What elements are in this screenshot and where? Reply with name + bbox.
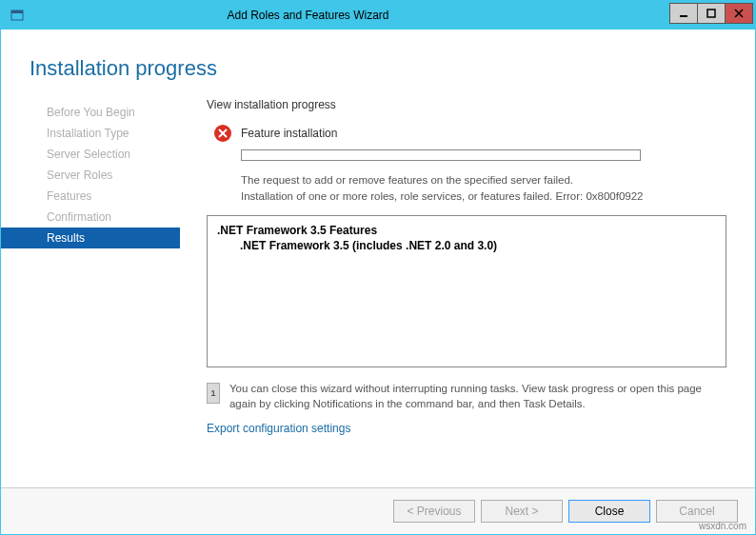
error-line-2: Installation of one or more roles, role … <box>241 190 644 202</box>
sidebar-item-confirmation: Confirmation <box>1 207 180 228</box>
maximize-button[interactable] <box>697 3 726 24</box>
info-text: You can close this wizard without interr… <box>229 381 726 412</box>
sidebar-item-results: Results <box>1 228 180 248</box>
next-button: Next > <box>481 500 563 523</box>
feature-child: .NET Framework 3.5 (includes .NET 2.0 an… <box>217 239 716 252</box>
sidebar-item-before-you-begin: Before You Begin <box>1 102 180 123</box>
close-button[interactable]: Close <box>568 500 650 523</box>
wizard-steps-sidebar: Before You Begin Installation Type Serve… <box>1 98 180 487</box>
sidebar-item-server-roles: Server Roles <box>1 165 180 186</box>
window-controls <box>670 3 753 24</box>
watermark: wsxdn.com <box>699 521 746 531</box>
wizard-footer: < Previous Next > Close Cancel <box>1 487 755 534</box>
info-row: 1 You can close this wizard without inte… <box>207 381 726 412</box>
error-line-1: The request to add or remove features on… <box>241 174 573 186</box>
titlebar: Add Roles and Features Wizard <box>1 1 755 30</box>
status-text: Feature installation <box>241 127 337 140</box>
svg-rect-3 <box>707 10 715 17</box>
flag-icon: 1 <box>207 383 220 404</box>
page-title: Installation progress <box>30 56 723 81</box>
cancel-button: Cancel <box>656 500 738 523</box>
content-subheading: View installation progress <box>207 98 726 111</box>
progress-bar <box>241 149 641 161</box>
sidebar-item-server-selection: Server Selection <box>1 144 180 165</box>
wizard-header: Installation progress <box>1 30 755 98</box>
error-icon <box>214 125 231 142</box>
feature-parent: .NET Framework 3.5 Features <box>217 224 716 237</box>
export-configuration-link[interactable]: Export configuration settings <box>207 422 726 435</box>
previous-button: < Previous <box>393 500 475 523</box>
window-title: Add Roles and Features Wizard <box>0 9 670 22</box>
error-message: The request to add or remove features on… <box>241 172 726 206</box>
sidebar-item-features: Features <box>1 186 180 207</box>
sidebar-item-installation-type: Installation Type <box>1 123 180 144</box>
close-window-button[interactable] <box>725 3 753 24</box>
status-row: Feature installation <box>207 125 726 142</box>
feature-list-box: .NET Framework 3.5 Features .NET Framewo… <box>207 215 726 367</box>
minimize-button[interactable] <box>669 3 698 24</box>
wizard-content: View installation progress Feature insta… <box>180 98 755 487</box>
